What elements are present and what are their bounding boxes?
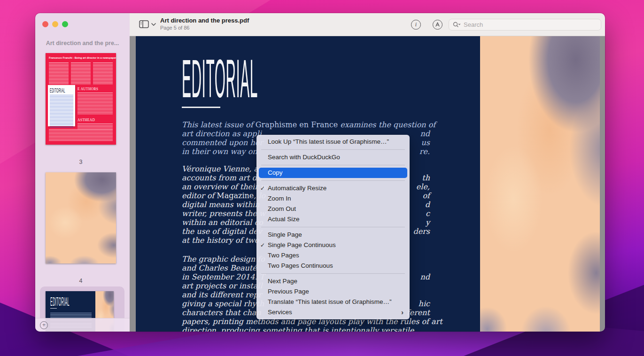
fullscreen-button[interactable]: [62, 21, 68, 27]
menu-item-automatically-resize[interactable]: ✓Automatically Resize: [259, 183, 407, 193]
checkmark-icon: ✓: [260, 183, 265, 193]
menu-separator: [261, 180, 405, 181]
menu-item-single-page[interactable]: Single Page: [259, 230, 407, 240]
sidebar: Art direction and the pre... Francesco F…: [35, 13, 130, 332]
thumb3-editorial-card: EDITORIAL: [48, 85, 75, 126]
thumb3-text-columns: [49, 62, 113, 84]
plus-circle-icon[interactable]: +: [40, 321, 48, 329]
text-line: direction, producing something that is i…: [182, 326, 430, 332]
info-icon[interactable]: i: [411, 20, 421, 30]
menu-separator: [261, 149, 405, 150]
sidebar-footer: +: [35, 318, 130, 332]
menu-item-single-page-continuous[interactable]: ✓Single Page Continuous: [259, 240, 407, 250]
chevron-down-icon[interactable]: [151, 23, 156, 26]
page-indicator: Page 5 of 86: [160, 25, 249, 31]
menu-separator: [261, 273, 405, 274]
thumbnail-page-4-label: 4: [46, 278, 116, 284]
editorial-heading: EDITORIAL: [182, 57, 246, 100]
title-block: Art direction and the press.pdf Page 5 o…: [160, 17, 249, 31]
toolbar: Art direction and the press.pdf Page 5 o…: [130, 13, 605, 36]
thumb3-section-authors: E AUTHORS: [78, 87, 98, 91]
thumb3-text-lines: [78, 93, 113, 115]
thumbnail-page-4[interactable]: [46, 172, 116, 263]
checkmark-icon: ✓: [260, 240, 265, 250]
thumb3-headline: Francesco Franchi - Being art director i…: [49, 56, 100, 59]
thumbnail-page-3-label: 3: [46, 159, 116, 165]
search-input[interactable]: [463, 21, 577, 29]
minimize-button[interactable]: [52, 21, 58, 27]
menu-item-zoom-out[interactable]: Zoom Out: [259, 204, 407, 214]
menu-item-services[interactable]: Services›: [259, 307, 407, 317]
search-icon: [453, 22, 461, 28]
menu-item-zoom-in[interactable]: Zoom In: [259, 193, 407, 204]
menu-item-look-up[interactable]: Look Up “This latest issue of Graphisme……: [259, 137, 407, 147]
context-menu: Look Up “This latest issue of Graphisme……: [256, 135, 410, 319]
markup-pen-icon[interactable]: [433, 20, 442, 30]
traffic-lights: [42, 21, 68, 27]
thumb3-section-masthead: ASTHEAD: [78, 118, 95, 122]
menu-item-next-page[interactable]: Next Page: [259, 276, 407, 286]
menu-item-translate[interactable]: Translate “This latest issue of Graphism…: [259, 297, 407, 307]
document-title: Art direction and the press.pdf: [160, 17, 249, 24]
menu-separator: [261, 165, 405, 165]
menu-item-actual-size[interactable]: Actual Size: [259, 214, 407, 224]
submenu-chevron-icon: ›: [401, 307, 403, 317]
close-button[interactable]: [42, 21, 48, 27]
menu-item-search-with-duckduckgo[interactable]: Search with DuckDuckGo: [259, 152, 407, 163]
menu-item-previous-page[interactable]: Previous Page: [259, 286, 407, 297]
sidebar-document-title: Art direction and the pre...: [40, 40, 125, 46]
search-field[interactable]: [449, 19, 601, 31]
menu-item-two-pages-continuous[interactable]: Two Pages Continuous: [259, 261, 407, 271]
thumb3-text-lines: [49, 129, 113, 141]
text-line: This latest issue of Graphisme en France…: [182, 120, 430, 129]
menu-item-copy[interactable]: Copy: [259, 168, 407, 178]
sidebar-toggle-icon[interactable]: [139, 20, 149, 28]
thumbnail-page-3[interactable]: Francesco Franchi - Being art director i…: [46, 53, 116, 145]
menu-item-two-pages[interactable]: Two Pages: [259, 250, 407, 261]
menu-separator: [261, 227, 405, 227]
pdf-page-texture: [480, 36, 600, 332]
